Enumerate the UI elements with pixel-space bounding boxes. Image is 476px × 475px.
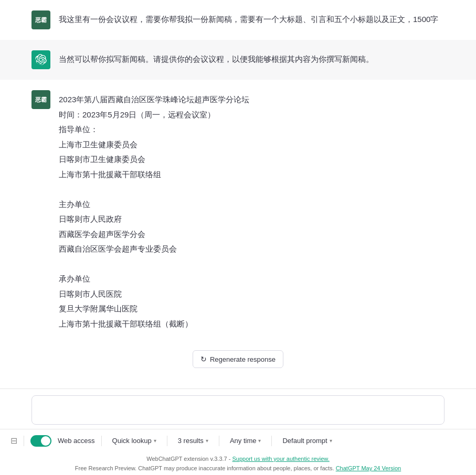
msg3-line: 2023年第八届西藏自治区医学珠峰论坛超声医学分论坛 xyxy=(59,92,445,107)
results-arrow: ▾ xyxy=(206,438,208,444)
msg3-line: 时间：2023年5月29日（周一，远程会议室） xyxy=(59,107,445,123)
web-access-toggle[interactable] xyxy=(30,435,51,447)
divider-1 xyxy=(24,436,24,446)
msg3-line xyxy=(59,182,445,197)
divider-3 xyxy=(167,436,167,446)
footer: WebChatGPT extension v.3.3.7 - Support u… xyxy=(0,452,476,475)
msg3-line: 指导单位： xyxy=(59,122,445,137)
regen-area: ↻ Regenerate response xyxy=(0,342,476,376)
msg3-line: 日喀则市卫生健康委员会 xyxy=(59,152,445,167)
settings-item[interactable]: ⊟ xyxy=(10,436,17,446)
regenerate-button[interactable]: ↻ Regenerate response xyxy=(193,350,283,368)
message-content-3: 2023年第八届西藏自治区医学珠峰论坛超声医学分论坛时间：2023年5月29日（… xyxy=(59,90,445,331)
gpt-avatar xyxy=(31,50,50,69)
divider-5 xyxy=(271,436,272,446)
message-assistant-1: 当然可以帮你拟写新闻稿。请提供你的会议议程，以便我能够根据其内容为你撰写新闻稿。 xyxy=(0,40,476,80)
any-time-arrow: ▾ xyxy=(258,438,261,444)
quick-lookup-arrow: ▾ xyxy=(154,438,156,444)
msg3-line: 日喀则市人民医院 xyxy=(59,287,445,302)
footer-disclaimer: Free Research Preview. ChatGPT may produ… xyxy=(75,463,401,472)
user-avatar-1: 恶霸 xyxy=(31,10,50,29)
quick-lookup-dropdown[interactable]: Quick lookup ▾ xyxy=(108,435,161,447)
msg3-line: 上海市卫生健康委员会 xyxy=(59,137,445,153)
default-prompt-arrow: ▾ xyxy=(330,438,332,444)
msg3-line: 复旦大学附属华山医院 xyxy=(59,301,445,317)
input-box[interactable] xyxy=(31,395,445,425)
divider-2 xyxy=(101,436,102,446)
default-prompt-dropdown[interactable]: Default prompt ▾ xyxy=(278,435,336,447)
regen-icon: ↻ xyxy=(200,355,207,363)
msg3-line: 西藏自治区医学会超声专业委员会 xyxy=(59,242,445,257)
toolbar: ⊟ Web access Quick lookup ▾ 3 results ▾ … xyxy=(0,429,476,452)
results-dropdown[interactable]: 3 results ▾ xyxy=(174,435,213,447)
user-avatar-2: 恶霸 xyxy=(31,90,50,109)
settings-icon: ⊟ xyxy=(10,436,17,446)
message-user-1: 恶霸 我这里有一份会议议程，需要你帮我拟一份新闻稿，需要有一个大标题、引言和五个… xyxy=(0,0,476,40)
input-area xyxy=(0,388,476,429)
message-user-2: 恶霸 2023年第八届西藏自治区医学珠峰论坛超声医学分论坛时间：2023年5月2… xyxy=(0,80,476,342)
msg3-line xyxy=(59,257,445,272)
chat-area: 恶霸 我这里有一份会议议程，需要你帮我拟一份新闻稿，需要有一个大标题、引言和五个… xyxy=(0,0,476,388)
divider-4 xyxy=(219,436,219,446)
msg3-line: 西藏医学会超声医学分会 xyxy=(59,227,445,242)
msg3-line: 上海市第十批援藏干部联络组（截断） xyxy=(59,317,445,332)
footer-extension: WebChatGPT extension v.3.3.7 - Support u… xyxy=(146,454,330,462)
message-content-2: 当然可以帮你拟写新闻稿。请提供你的会议议程，以便我能够根据其内容为你撰写新闻稿。 xyxy=(59,50,445,68)
web-access-label: Web access xyxy=(58,437,95,445)
msg3-line: 主办单位 xyxy=(59,197,445,212)
message-content-1: 我这里有一份会议议程，需要你帮我拟一份新闻稿，需要有一个大标题、引言和五个小标题… xyxy=(59,10,445,28)
msg3-line: 上海市第十批援藏干部联络组 xyxy=(59,167,445,182)
msg3-line: 日喀则市人民政府 xyxy=(59,212,445,227)
msg3-line: 承办单位 xyxy=(59,272,445,287)
any-time-dropdown[interactable]: Any time ▾ xyxy=(226,435,266,447)
